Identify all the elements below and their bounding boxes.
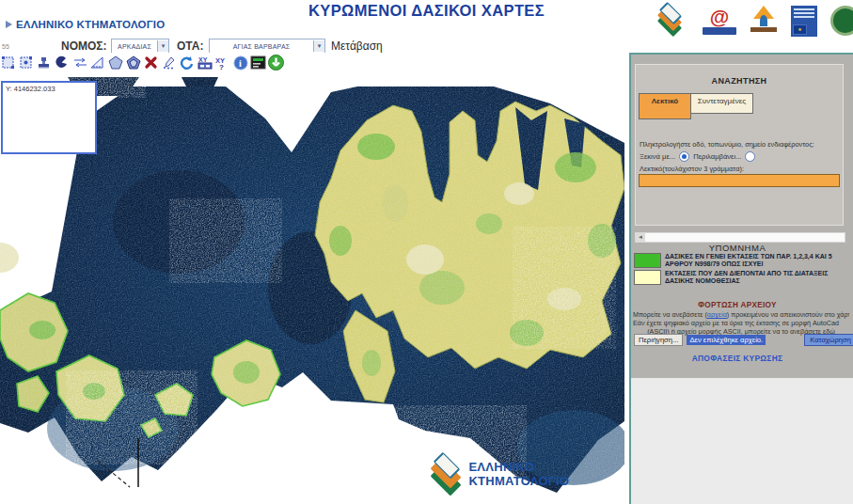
search-radio-group: Ξεκινά με... Περιλαμβάνει... [640, 151, 755, 162]
map-viewport[interactable]: Y: 4146232.033 ΕΛΛΗΝΙΚΟ ΚΤΗΜΑΤΟΛΟΓΙΟ [0, 53, 624, 504]
ratification-decisions-link[interactable]: ΑΠΟΦΑΣΕΙΣ ΚΥΡΩΣΗΣ [631, 354, 844, 363]
digital-greece-logo [750, 6, 778, 37]
ota-select[interactable]: ΑΓΙΑΣ ΒΑΡΒΑΡΑΣ ▾ [209, 39, 325, 54]
radio-contains-label: Περιλαμβάνει... [693, 152, 741, 161]
file-upload-row: Περιήγηση... Δεν επιλέχθηκε αρχείο. Κατα… [634, 334, 853, 347]
upload-line1: Μπορείτε να ανεβάσετε (αρχεία) προκειμέν… [633, 310, 849, 319]
select-features-icon[interactable] [18, 55, 34, 71]
search-panel: ΑΝΑΖΗΤΗΣΗ Λεκτικό Συντεταγμένες Πληκτρολ… [635, 64, 844, 226]
polygon-draw-icon[interactable] [125, 55, 141, 71]
browse-button[interactable]: Περιήγηση... [634, 334, 683, 346]
sidebar-lower-area [631, 378, 853, 504]
upload-line1-pre: Μπορείτε να ανεβάσετε ( [633, 310, 707, 319]
nomos-value: ΑΡΚΑΔΙΑΣ [112, 43, 157, 50]
map-watermark: ΕΛΛΗΝΙΚΟ ΚΤΗΜΑΤΟΛΟΓΙΟ [425, 455, 624, 493]
go-button[interactable]: Μετάβαση [331, 39, 383, 53]
chevron-down-icon[interactable]: ▾ [157, 40, 168, 52]
figure-icon [760, 15, 767, 26]
stamp-icon[interactable] [36, 55, 52, 71]
radio-contains[interactable] [745, 151, 755, 162]
logo-text-lines [794, 8, 814, 20]
xy-query-icon[interactable]: XY? [214, 55, 230, 71]
nomos-select[interactable]: ΑΡΚΑΔΙΑΣ ▾ [111, 39, 169, 54]
svg-text:?: ? [219, 63, 224, 71]
at-banner [703, 27, 736, 35]
tab-lektiko[interactable]: Λεκτικό [639, 93, 691, 119]
at-sign-logo: @ [703, 8, 736, 35]
ktimatologio-diamond-logo [425, 455, 463, 493]
legend-swatch-green [634, 253, 661, 268]
delete-graphics-icon[interactable] [143, 55, 159, 71]
submit-button[interactable]: Καταχώρηση [804, 334, 853, 346]
svg-text:XY: XY [198, 56, 208, 63]
polygon-select-icon[interactable] [107, 55, 123, 71]
upload-files-link[interactable]: αρχεία [707, 310, 727, 319]
logo-text: ΕΛΛΗΝΙΚΟ ΚΤΗΜΑΤΟΛΟΓΙΟ [16, 19, 165, 30]
tab-syntetagmenes[interactable]: Συντεταγμένες [691, 93, 753, 114]
logo-base [750, 27, 777, 32]
chevron-down-icon[interactable]: ▾ [313, 40, 324, 52]
coordinate-readout: Y: 4146232.033 [1, 81, 97, 154]
ota-label: ΟΤΑ: [177, 39, 203, 53]
green-seal-logo [830, 6, 853, 36]
partner-logos: @ ★ [650, 5, 849, 37]
legend-label: ΔΑΣΙΚΕΣ ΕΝ ΓΕΝΕΙ ΕΚΤΑΣΕΙΣ ΤΩΝ ΠΑΡ. 1,2,3… [665, 253, 845, 268]
legend-item-forest: ΔΑΣΙΚΕΣ ΕΝ ΓΕΝΕΙ ΕΚΤΑΣΕΙΣ ΤΩΝ ΠΑΡ. 1,2,3… [634, 253, 845, 268]
search-input[interactable] [639, 174, 840, 187]
measure-distance-icon[interactable] [71, 55, 87, 71]
identify-icon[interactable]: i [232, 55, 248, 71]
download-icon[interactable] [268, 55, 284, 71]
draw-points-icon[interactable] [161, 55, 177, 71]
select-rectangle-icon[interactable] [0, 55, 16, 71]
search-tabs: Λεκτικό Συντεταγμένες [639, 93, 753, 119]
map-toolbar: XY XY? i [0, 55, 284, 71]
location-nav: 55 ΝΟΜΟΣ: ΑΡΚΑΔΙΑΣ ▾ ΟΤΑ: ΑΓΙΑΣ ΒΑΡΒΑΡΑΣ… [0, 38, 853, 54]
sidebar: ΑΝΑΖΗΤΗΣΗ Λεκτικό Συντεταγμένες Πληκτρολ… [629, 53, 853, 504]
scroll-left-arrow-icon[interactable]: ◄ [636, 233, 645, 242]
svg-text:i: i [239, 58, 242, 69]
legend-label: ΕΚΤΑΣΕΙΣ ΠΟΥ ΔΕΝ ΔΙΕΠΟΝΤΑΙ ΑΠΟ ΤΙΣ ΔΙΑΤΑ… [665, 270, 845, 285]
sector-icon[interactable] [54, 55, 70, 71]
nomos-label: ΝΟΜΟΣ: [61, 39, 107, 53]
ktimatologio-diamond-logo [650, 6, 689, 36]
logo-arrow-icon [6, 21, 12, 28]
radio-starts-with[interactable] [679, 151, 689, 162]
measure-triangle-icon[interactable] [89, 55, 105, 71]
header: ΕΛΛΗΝΙΚΟ ΚΤΗΜΑΤΟΛΟΓΙΟ ΚΥΡΩΜΕΝΟΙ ΔΑΣΙΚΟΙ … [0, 0, 853, 38]
upload-title: ΦΟΡΤΩΣΗ ΑΡΧΕΙΟΥ [631, 301, 844, 309]
upload-line1-post: ) προκειμένου να απεικονιστούν στο χάρτη [727, 310, 849, 319]
eu-espa-logo: ★ [791, 6, 817, 37]
search-instruction: Πληκτρολογήστε οδό, τοπωνύμιο, σημείο εν… [640, 140, 814, 149]
legend-title: ΥΠΟΜΝΗΜΑ [631, 243, 844, 253]
no-file-selected-text: Δεν επιλέχθηκε αρχείο. [687, 335, 766, 345]
legend-item-nonforest: ΕΚΤΑΣΕΙΣ ΠΟΥ ΔΕΝ ΔΙΕΠΟΝΤΑΙ ΑΠΟ ΤΙΣ ΔΙΑΤΑ… [634, 270, 845, 285]
radio-starts-label: Ξεκινά με... [640, 152, 675, 161]
coordinate-fragment: 55 [2, 43, 9, 50]
search-input-label: Λεκτικό(τουλάχιστον 3 γράμματα): [640, 165, 744, 173]
xy-coordinates-icon[interactable]: XY [197, 55, 213, 71]
legend-swatch-yellow [634, 270, 661, 285]
magnifier-window-icon[interactable] [250, 55, 266, 71]
hellenic-cadastre-logo[interactable]: ΕΛΛΗΝΙΚΟ ΚΤΗΜΑΤΟΛΟΓΙΟ [6, 19, 165, 30]
at-icon: @ [710, 8, 729, 26]
upload-line2: Εάν έχετε ψηφιακό αρχείο με τα όρια της … [633, 319, 849, 327]
eu-flag-icon: ★ [793, 24, 807, 35]
refresh-icon[interactable] [179, 55, 195, 71]
ota-value: ΑΓΙΑΣ ΒΑΡΒΑΡΑΣ [210, 43, 313, 50]
horizontal-scrollbar[interactable]: ◄ [635, 232, 845, 243]
coordinate-y-value: Y: 4146232.033 [6, 85, 55, 93]
search-title: ΑΝΑΖΗΤΗΣΗ [636, 76, 843, 86]
watermark-text: ΕΛΛΗΝΙΚΟ ΚΤΗΜΑΤΟΛΟΓΙΟ [468, 460, 624, 488]
